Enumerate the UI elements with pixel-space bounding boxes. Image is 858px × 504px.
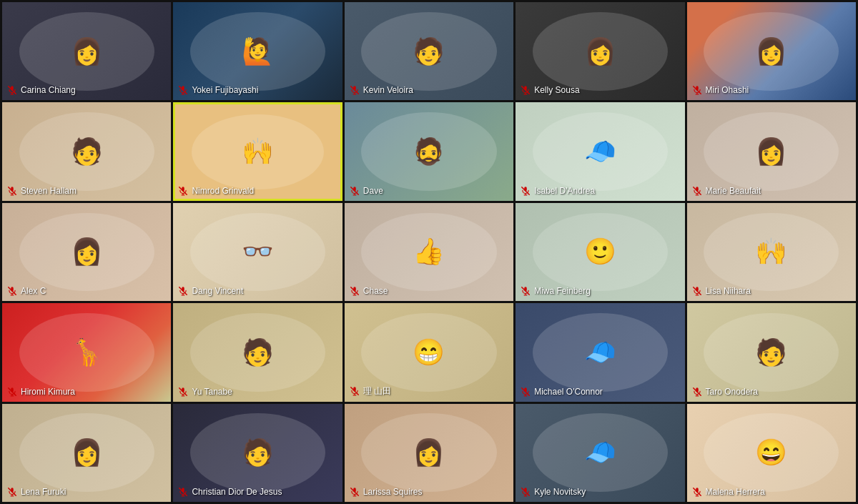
participant-cell-8[interactable]: 🧔 Dave xyxy=(345,102,513,200)
mic-muted-icon xyxy=(6,185,18,197)
participant-cell-1[interactable]: 👩 Carina Chiang xyxy=(2,2,171,100)
mic-muted-icon xyxy=(349,385,360,397)
mic-muted-icon xyxy=(691,486,703,498)
participant-name-2: Yokei Fujibayashi xyxy=(177,84,258,96)
participant-name-24: Kyle Novitsky xyxy=(520,486,586,498)
participant-cell-7[interactable]: 🙌 Nimrod Grinvald xyxy=(173,102,342,200)
participant-name-19: Michael O'Connor xyxy=(520,386,603,397)
mic-muted-icon xyxy=(6,285,18,297)
participant-name-5: Miri Ohashi xyxy=(691,84,749,96)
participant-name-9: Isabel D'Andrea xyxy=(520,185,595,197)
participant-cell-18[interactable]: 😁 理 山田 xyxy=(345,303,513,401)
participant-cell-21[interactable]: 👩 Lena Furuki xyxy=(2,404,171,502)
participant-name-12: Dang Vincent xyxy=(177,285,243,297)
mic-muted-icon xyxy=(6,84,18,96)
participant-cell-6[interactable]: 🧑 Steven Hallam xyxy=(2,102,171,200)
mic-muted-icon xyxy=(177,486,189,498)
participant-cell-19[interactable]: 🧢 Michael O'Connor xyxy=(516,303,684,401)
mic-muted-icon xyxy=(349,84,360,96)
participant-name-15: Lisa Niihara xyxy=(691,285,751,297)
participant-name-10: Marie Beaufait xyxy=(691,185,761,197)
participant-cell-20[interactable]: 🧑 Taro Onodera xyxy=(687,303,856,401)
participant-cell-11[interactable]: 👩 Alex C xyxy=(2,203,171,301)
participant-cell-9[interactable]: 🧢 Isabel D'Andrea xyxy=(516,102,684,200)
mic-muted-icon xyxy=(177,185,189,197)
participant-cell-10[interactable]: 👩 Marie Beaufait xyxy=(687,102,856,200)
participant-cell-13[interactable]: 👍 Chase xyxy=(345,203,513,301)
mic-muted-icon xyxy=(691,285,703,297)
participant-name-7: Nimrod Grinvald xyxy=(177,185,254,197)
participant-name-4: Kelly Sousa xyxy=(520,84,579,96)
participant-name-22: Christian Dior De Jesus xyxy=(177,486,282,498)
mic-muted-icon xyxy=(520,486,531,498)
participant-name-17: Yu Tanabe xyxy=(177,386,232,397)
participant-cell-2[interactable]: 🙋 Yokei Fujibayashi xyxy=(173,2,342,100)
participant-name-25: Malena Herrera xyxy=(691,486,765,498)
participant-cell-25[interactable]: 😄 Malena Herrera xyxy=(687,404,856,502)
participant-name-16: Hiromi Kimura xyxy=(6,386,75,397)
mic-muted-icon xyxy=(177,285,189,297)
participant-name-6: Steven Hallam xyxy=(6,185,77,197)
mic-muted-icon xyxy=(691,84,703,96)
participant-cell-5[interactable]: 👩 Miri Ohashi xyxy=(687,2,856,100)
mic-muted-icon xyxy=(520,285,531,297)
participant-cell-17[interactable]: 🧑 Yu Tanabe xyxy=(173,303,342,401)
participant-cell-22[interactable]: 🧑 Christian Dior De Jesus xyxy=(173,404,342,502)
mic-muted-icon xyxy=(520,386,531,397)
mic-muted-icon xyxy=(349,285,360,297)
participant-name-11: Alex C xyxy=(6,285,46,297)
mic-muted-icon xyxy=(6,486,18,498)
video-grid: 👩 Carina Chiang🙋 Yokei Fujibayashi🧑 Kevi… xyxy=(0,0,858,504)
participant-name-13: Chase xyxy=(349,285,388,297)
participant-cell-16[interactable]: 🦒 Hiromi Kimura xyxy=(2,303,171,401)
participant-cell-15[interactable]: 🙌 Lisa Niihara xyxy=(687,203,856,301)
participant-cell-14[interactable]: 🙂 Miwa Feinberg xyxy=(516,203,684,301)
participant-name-20: Taro Onodera xyxy=(691,386,758,397)
mic-muted-icon xyxy=(6,386,18,397)
participant-name-3: Kevin Veloira xyxy=(349,84,413,96)
participant-name-23: Larissa Squires xyxy=(349,486,423,498)
mic-muted-icon xyxy=(349,185,360,197)
mic-muted-icon xyxy=(520,84,531,96)
participant-cell-3[interactable]: 🧑 Kevin Veloira xyxy=(345,2,513,100)
participant-cell-23[interactable]: 👩 Larissa Squires xyxy=(345,404,513,502)
mic-muted-icon xyxy=(177,84,189,96)
participant-name-1: Carina Chiang xyxy=(6,84,76,96)
mic-muted-icon xyxy=(349,486,360,498)
mic-muted-icon xyxy=(691,185,703,197)
participant-name-8: Dave xyxy=(349,185,383,197)
participant-name-18: 理 山田 xyxy=(349,385,391,397)
mic-muted-icon xyxy=(520,185,531,197)
participant-name-21: Lena Furuki xyxy=(6,486,66,498)
participant-cell-4[interactable]: 👩 Kelly Sousa xyxy=(516,2,684,100)
participant-cell-12[interactable]: 👓 Dang Vincent xyxy=(173,203,342,301)
participant-name-14: Miwa Feinberg xyxy=(520,285,591,297)
mic-muted-icon xyxy=(691,386,703,397)
participant-cell-24[interactable]: 🧢 Kyle Novitsky xyxy=(516,404,684,502)
mic-muted-icon xyxy=(177,386,189,397)
